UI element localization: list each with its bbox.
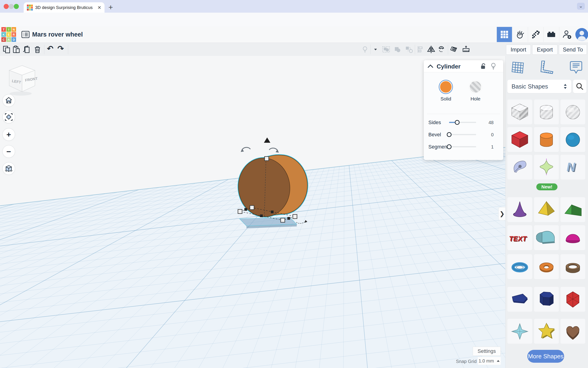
browser-tab[interactable]: 3D design Surprising Bruticus ✕ (24, 2, 105, 13)
lock-icon[interactable] (480, 63, 487, 69)
logo-tile: R (11, 32, 16, 37)
shape-sphere-hole[interactable] (561, 100, 585, 124)
shape-half-sphere[interactable] (561, 225, 585, 250)
tab-sim-lab[interactable] (512, 27, 528, 42)
shape-cylinder-hole[interactable] (534, 100, 559, 124)
panel-collapse-tab[interactable]: ❯ (499, 207, 505, 221)
solid-option[interactable] (439, 81, 452, 93)
align-icon (417, 46, 424, 53)
align-button[interactable] (416, 45, 425, 54)
collapse-chevron-icon[interactable] (428, 64, 433, 68)
show-all-dropdown[interactable] (371, 45, 380, 54)
snap-magnet-button[interactable] (437, 45, 446, 54)
workplane-blue-icon (511, 61, 525, 74)
redo-button[interactable]: ↷ (57, 44, 64, 53)
shape-icosahedron[interactable] (561, 287, 585, 312)
copy-button[interactable] (2, 45, 11, 54)
logo-tile (27, 9, 29, 10)
export-button[interactable]: Export (532, 45, 557, 55)
shape-pyramid[interactable] (534, 197, 559, 222)
account-avatar[interactable] (574, 27, 588, 42)
slider-thumb-segments[interactable] (447, 144, 452, 149)
more-shapes-button[interactable]: More Shapes (527, 350, 564, 363)
slider-track-segments[interactable] (449, 146, 476, 147)
perspective-toggle-button[interactable] (2, 162, 15, 175)
paste-button[interactable] (12, 45, 21, 54)
settings-button[interactable]: Settings (473, 347, 501, 356)
ungroup-button[interactable] (393, 45, 402, 54)
shape-box-hole[interactable] (507, 100, 532, 124)
hide-lightbulb-icon[interactable] (490, 63, 496, 70)
view-cube[interactable]: LEFT FRONT (4, 64, 41, 99)
shape-revolve[interactable] (534, 155, 559, 180)
shape-sphere[interactable] (561, 127, 585, 152)
shape-text[interactable]: TEXTTEXT (507, 225, 532, 250)
duplicate-button[interactable] (22, 45, 31, 54)
window-minimize-button[interactable] (9, 4, 14, 9)
logo-tile (27, 5, 29, 6)
tab-blocks[interactable] (528, 27, 543, 42)
tab-title: 3D design Surprising Bruticus (35, 5, 95, 10)
ungroup-icon (393, 45, 402, 54)
shape-star-twisted[interactable] (507, 319, 532, 344)
zoom-out-button[interactable]: − (2, 145, 15, 158)
search-icon (576, 83, 584, 90)
tab-3d-designs[interactable] (497, 27, 512, 42)
workplane-tool-button[interactable] (450, 45, 458, 54)
ruler-tool-button[interactable] (462, 45, 470, 54)
shape-cone[interactable] (507, 197, 532, 222)
hole-option[interactable] (469, 81, 482, 93)
slider-track-sides[interactable] (449, 122, 476, 123)
undo-button[interactable]: ↶ (47, 44, 53, 53)
shape-polygon[interactable] (507, 287, 532, 312)
slider-value-bevel: 0 (484, 132, 494, 138)
shape-box[interactable] (507, 127, 532, 152)
shape-tube[interactable] (561, 254, 585, 279)
search-shapes-button[interactable] (573, 80, 586, 93)
snap-grid-select[interactable]: 1.0 mm (478, 357, 501, 365)
shape-star[interactable] (534, 319, 559, 344)
workplane-drag-tool[interactable] (510, 60, 526, 75)
tab-bricks[interactable] (543, 27, 559, 42)
delete-button[interactable] (33, 45, 42, 54)
shape-scribble[interactable] (507, 155, 532, 180)
slider-track-bevel[interactable] (449, 134, 476, 135)
new-tab-button[interactable]: + (108, 3, 113, 11)
ruler-drag-tool[interactable] (539, 60, 555, 75)
shape-handwriting[interactable]: NN (561, 155, 585, 180)
shape-category-select[interactable]: Basic Shapes (507, 80, 571, 93)
shapes-panel: Basic Shapes NNTEXTTEXT New! More Shapes (505, 56, 588, 368)
window-zoom-button[interactable] (14, 4, 19, 9)
fit-view-button[interactable] (2, 110, 15, 123)
flip-button[interactable] (427, 45, 436, 54)
shape-hex-prism[interactable] (534, 287, 559, 312)
window-close-button[interactable] (4, 4, 9, 9)
slider-thumb-sides[interactable] (455, 120, 460, 125)
hole-label: Hole (469, 96, 482, 101)
design-menu-icon[interactable] (21, 30, 30, 39)
shape-heart[interactable] (561, 319, 585, 344)
home-view-button[interactable] (2, 94, 15, 107)
logo-tile (31, 7, 33, 9)
shape-roof[interactable] (561, 197, 585, 222)
edit-toolbar: ↶ ↷ Import Export Send To (0, 43, 588, 56)
slider-thumb-bevel[interactable] (447, 132, 452, 137)
tinkercad-logo[interactable]: TINKERCAD (1, 27, 16, 42)
snap-grid-label: Snap Grid (456, 359, 477, 364)
send-to-button[interactable]: Send To (559, 45, 587, 55)
shape-torus[interactable] (507, 254, 532, 279)
zoom-in-button[interactable]: + (2, 128, 15, 141)
perspective-cube-icon (5, 164, 13, 173)
shape-round-roof[interactable] (534, 225, 559, 250)
show-all-button[interactable] (361, 45, 369, 54)
group-button[interactable] (382, 45, 391, 54)
invite-collaborator-button[interactable] (559, 27, 574, 42)
ungroup-all-button[interactable] (405, 45, 413, 54)
import-button[interactable]: Import (506, 45, 531, 55)
group-icon (382, 45, 390, 54)
shape-torus-thick[interactable] (534, 254, 559, 279)
shape-cylinder[interactable] (534, 127, 559, 152)
notes-tool[interactable] (568, 60, 584, 75)
tab-search-icon[interactable]: ⌄ (577, 3, 585, 10)
tab-close-icon[interactable]: ✕ (97, 5, 101, 10)
